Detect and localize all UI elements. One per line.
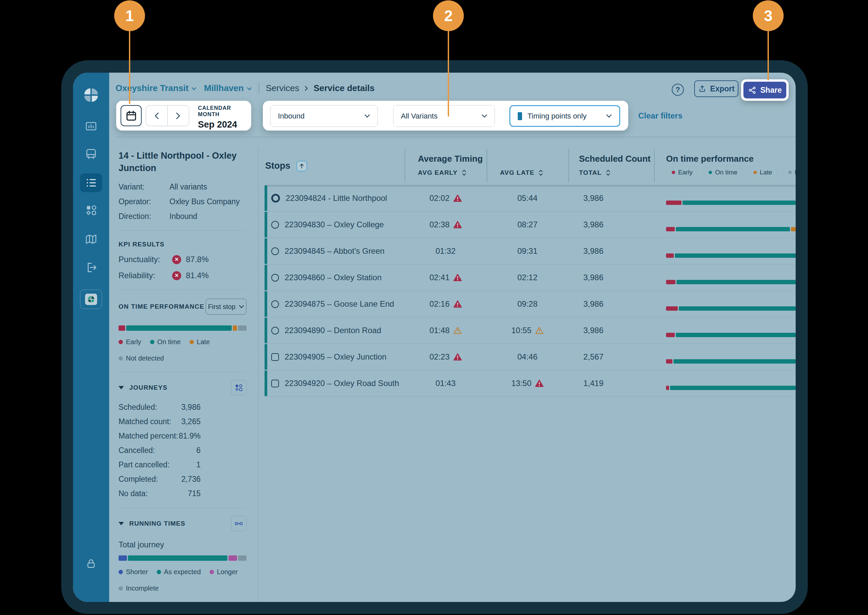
avg-early-value: 02:23 (429, 352, 450, 362)
table-row[interactable]: 223094875 – Goose Lane End02:1609:283,98… (265, 291, 796, 317)
org-selector[interactable]: Oxeyshire Transit (116, 83, 197, 94)
journey-stat-value: 3,265 (181, 417, 201, 426)
table-row[interactable]: 223094830 – Oxley College02:3808:273,986 (265, 212, 796, 238)
avg-late-cell: 08:27 (487, 220, 568, 229)
legend-label: As expected (164, 568, 201, 576)
stops-sort-button[interactable] (297, 161, 307, 172)
avg-early-value: 02:02 (429, 194, 450, 203)
sidebar-item-vehicles[interactable] (84, 147, 98, 161)
chip-label: Late (760, 169, 772, 176)
date-picker-highlight: CALENDAR MONTH Sep 2024 (116, 101, 251, 131)
avg-late-header[interactable]: AVG LATE (500, 169, 543, 176)
total-cell: 3,986 (568, 247, 654, 256)
otp-chip-late[interactable]: Late (748, 166, 778, 178)
avg-late-value: 09:31 (517, 247, 537, 256)
sidebar-item-dashboard[interactable] (84, 120, 98, 133)
bar-segment-early (666, 386, 669, 390)
otp-stop-select[interactable]: First stop (206, 299, 247, 315)
legend-label: Shorter (126, 568, 148, 576)
sidebar-item-components[interactable] (84, 204, 98, 217)
table-row[interactable]: 223094824 - Little Northpool02:0205:443,… (265, 185, 796, 212)
otp-chip-notdetected[interactable]: Not detected (783, 166, 796, 178)
total-value: 3,986 (583, 220, 603, 229)
otp-heading: ON TIME PERFORMANCE (119, 303, 204, 311)
otp-chip-ontime[interactable]: On time (703, 166, 743, 178)
share-button[interactable]: Share (743, 82, 786, 98)
clear-filters-link[interactable]: Clear filters (638, 101, 682, 131)
bar-segment-nodata (238, 556, 247, 561)
sidebar-item-logout[interactable] (84, 261, 98, 274)
running-times-heading: RUNNING TIMES (129, 520, 186, 527)
direction-select-value: Inbound (278, 112, 364, 120)
collapse-icon[interactable] (119, 386, 124, 389)
stop-cell: 223094890 – Denton Road (265, 326, 404, 335)
stop-name: 223094875 – Goose Lane End (285, 299, 394, 309)
avg-early-value: 02:16 (429, 299, 450, 309)
avg-late-cell: 13:50 (487, 379, 568, 388)
total-header[interactable]: TOTAL (579, 169, 610, 176)
journey-stat-label: No data: (119, 489, 148, 498)
avg-early-header[interactable]: AVG EARLY (418, 169, 467, 176)
table-row[interactable]: 223094845 – Abbot's Green01:3209:313,986 (265, 238, 796, 264)
column-divider (654, 149, 655, 183)
org-name: Oxeyshire Transit (116, 83, 189, 94)
app-switcher-button[interactable] (80, 290, 102, 309)
legend-dot (157, 570, 161, 574)
otp-bar-cell (654, 264, 796, 290)
journey-stat-row: Part cancelled:1 (119, 460, 201, 469)
next-month-button[interactable] (168, 105, 189, 126)
legend-dot (119, 586, 123, 590)
sidebar-item-services[interactable] (80, 173, 102, 192)
warning-icon (453, 300, 462, 308)
variant-select[interactable]: All Variants (393, 105, 495, 127)
help-button[interactable]: ? (672, 84, 684, 96)
service-title: 14 - Little Northpool - Oxley Junction (119, 150, 247, 175)
critical-warning-icon (453, 221, 462, 229)
legend-label: Late (197, 338, 210, 346)
bar-segment-early (666, 306, 678, 311)
stop-filter-select[interactable]: Timing points only (509, 105, 620, 127)
direction-select[interactable]: Inbound (270, 105, 378, 127)
soft-warning-icon (453, 327, 462, 334)
bar-segment-expected (128, 556, 227, 561)
avg-early-cell: 02:41 (404, 273, 487, 282)
region-selector[interactable]: Millhaven (204, 83, 251, 94)
running-times-detail-button[interactable] (231, 516, 247, 531)
operator-value: Oxley Bus Company (169, 197, 240, 206)
otp-row-bar (666, 227, 796, 231)
table-row[interactable]: 223094890 – Denton Road01:4810:553,986 (265, 317, 796, 344)
stop-origin-icon (271, 194, 280, 203)
avg-late-value: 02:12 (517, 273, 537, 282)
avg-early-value: 01:48 (429, 326, 450, 335)
journey-stat-label: Completed: (119, 475, 158, 484)
table-body: 223094824 - Little Northpool02:0205:443,… (265, 185, 796, 397)
avg-late-value: 10:55 (511, 326, 531, 335)
otp-bar-cell (654, 212, 796, 238)
table-row[interactable]: 223094920 – Oxley Road South01:4313:501,… (265, 370, 796, 397)
scheduled-count-group-header: Scheduled Count (579, 154, 651, 164)
sidebar-item-map[interactable] (84, 233, 98, 246)
journeys-heading: JOURNEYS (129, 384, 167, 391)
table-row[interactable]: 223094860 – Oxley Station02:4102:123,986 (265, 264, 796, 291)
previous-month-button[interactable] (146, 105, 168, 126)
breadcrumb: Oxeyshire Transit Millhaven Services Ser… (116, 81, 375, 95)
warning-icon (453, 221, 462, 229)
export-button[interactable]: Export (694, 80, 738, 97)
total-cell: 1,419 (568, 379, 654, 388)
table-row[interactable]: 223094905 – Oxley Junction02:2304:462,56… (265, 344, 796, 370)
avg-late-value: 13:50 (511, 379, 531, 388)
avg-late-cell: 04:46 (487, 352, 568, 362)
journey-stat-value: 715 (188, 489, 201, 498)
divider (119, 230, 247, 231)
chevron-down-icon (239, 305, 244, 308)
otp-chip-early[interactable]: Early (666, 166, 698, 178)
total-label: TOTAL (579, 169, 602, 176)
breadcrumb-services[interactable]: Services (266, 83, 300, 94)
chip-label: On time (715, 169, 737, 176)
partner-app-icon (85, 293, 97, 305)
stops-table: Stops Average Timing AVG EARLY AVG LATE (265, 147, 796, 397)
journey-stat-label: Matched percent: (119, 432, 178, 440)
calendar-button[interactable] (120, 105, 142, 126)
collapse-icon[interactable] (119, 522, 124, 525)
journeys-detail-button[interactable] (231, 380, 247, 395)
